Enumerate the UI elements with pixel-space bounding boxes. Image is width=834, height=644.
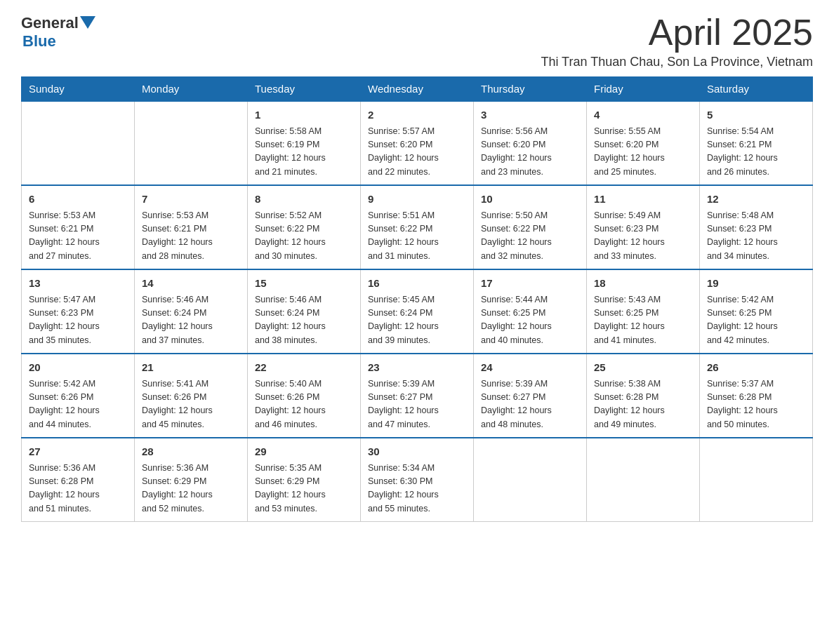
calendar-cell: 5Sunrise: 5:54 AMSunset: 6:21 PMDaylight… — [700, 101, 813, 185]
day-info: Sunrise: 5:53 AMSunset: 6:21 PMDaylight:… — [29, 209, 127, 264]
day-number: 2 — [368, 107, 466, 123]
calendar-cell: 14Sunrise: 5:46 AMSunset: 6:24 PMDayligh… — [135, 269, 248, 354]
day-info: Sunrise: 5:49 AMSunset: 6:23 PMDaylight:… — [594, 209, 692, 264]
logo-text-general: General — [21, 14, 79, 32]
day-number: 10 — [481, 192, 579, 208]
day-info: Sunrise: 5:44 AMSunset: 6:25 PMDaylight:… — [481, 293, 579, 348]
calendar-cell: 25Sunrise: 5:38 AMSunset: 6:28 PMDayligh… — [587, 354, 700, 438]
calendar-cell: 15Sunrise: 5:46 AMSunset: 6:24 PMDayligh… — [248, 269, 361, 354]
calendar-cell: 9Sunrise: 5:51 AMSunset: 6:22 PMDaylight… — [361, 185, 474, 269]
calendar-cell — [474, 438, 587, 522]
page-header: General Blue April 2025 Thi Tran Thuan C… — [21, 14, 813, 69]
day-number: 20 — [29, 360, 127, 376]
day-number: 26 — [707, 360, 805, 376]
day-info: Sunrise: 5:58 AMSunset: 6:19 PMDaylight:… — [255, 125, 353, 180]
calendar-cell: 19Sunrise: 5:42 AMSunset: 6:25 PMDayligh… — [700, 269, 813, 354]
calendar-week-row: 27Sunrise: 5:36 AMSunset: 6:28 PMDayligh… — [22, 438, 813, 522]
calendar-header-sunday: Sunday — [22, 77, 135, 102]
logo: General Blue — [21, 14, 95, 51]
day-info: Sunrise: 5:50 AMSunset: 6:22 PMDaylight:… — [481, 209, 579, 264]
calendar-cell: 24Sunrise: 5:39 AMSunset: 6:27 PMDayligh… — [474, 354, 587, 438]
day-number: 19 — [707, 276, 805, 292]
day-info: Sunrise: 5:56 AMSunset: 6:20 PMDaylight:… — [481, 125, 579, 180]
day-info: Sunrise: 5:47 AMSunset: 6:23 PMDaylight:… — [29, 293, 127, 348]
calendar-cell: 17Sunrise: 5:44 AMSunset: 6:25 PMDayligh… — [474, 269, 587, 354]
day-info: Sunrise: 5:36 AMSunset: 6:28 PMDaylight:… — [29, 462, 127, 516]
day-number: 4 — [594, 107, 692, 123]
calendar-cell: 4Sunrise: 5:55 AMSunset: 6:20 PMDaylight… — [587, 101, 700, 185]
calendar-header-friday: Friday — [587, 77, 700, 102]
day-info: Sunrise: 5:57 AMSunset: 6:20 PMDaylight:… — [368, 125, 466, 180]
calendar-cell: 23Sunrise: 5:39 AMSunset: 6:27 PMDayligh… — [361, 354, 474, 438]
day-info: Sunrise: 5:54 AMSunset: 6:21 PMDaylight:… — [707, 125, 805, 180]
day-info: Sunrise: 5:55 AMSunset: 6:20 PMDaylight:… — [594, 125, 692, 180]
calendar-cell — [587, 438, 700, 522]
calendar-cell: 6Sunrise: 5:53 AMSunset: 6:21 PMDaylight… — [22, 185, 135, 269]
location-title: Thi Tran Thuan Chau, Son La Province, Vi… — [541, 55, 813, 69]
day-number: 13 — [29, 276, 127, 292]
calendar-header-wednesday: Wednesday — [361, 77, 474, 102]
day-number: 9 — [368, 192, 466, 208]
day-number: 17 — [481, 276, 579, 292]
calendar-cell: 18Sunrise: 5:43 AMSunset: 6:25 PMDayligh… — [587, 269, 700, 354]
day-info: Sunrise: 5:39 AMSunset: 6:27 PMDaylight:… — [368, 377, 466, 432]
calendar-cell: 16Sunrise: 5:45 AMSunset: 6:24 PMDayligh… — [361, 269, 474, 354]
calendar-cell: 3Sunrise: 5:56 AMSunset: 6:20 PMDaylight… — [474, 101, 587, 185]
day-number: 18 — [594, 276, 692, 292]
calendar-cell: 29Sunrise: 5:35 AMSunset: 6:29 PMDayligh… — [248, 438, 361, 522]
calendar-header-thursday: Thursday — [474, 77, 587, 102]
day-info: Sunrise: 5:39 AMSunset: 6:27 PMDaylight:… — [481, 377, 579, 432]
calendar-week-row: 13Sunrise: 5:47 AMSunset: 6:23 PMDayligh… — [22, 269, 813, 354]
calendar-cell: 11Sunrise: 5:49 AMSunset: 6:23 PMDayligh… — [587, 185, 700, 269]
day-number: 23 — [368, 360, 466, 376]
day-info: Sunrise: 5:41 AMSunset: 6:26 PMDaylight:… — [142, 377, 240, 432]
day-number: 29 — [255, 444, 353, 460]
day-info: Sunrise: 5:46 AMSunset: 6:24 PMDaylight:… — [255, 293, 353, 348]
calendar-week-row: 1Sunrise: 5:58 AMSunset: 6:19 PMDaylight… — [22, 101, 813, 185]
calendar-cell: 10Sunrise: 5:50 AMSunset: 6:22 PMDayligh… — [474, 185, 587, 269]
day-info: Sunrise: 5:42 AMSunset: 6:26 PMDaylight:… — [29, 377, 127, 432]
day-number: 28 — [142, 444, 240, 460]
calendar-cell — [135, 101, 248, 185]
day-number: 25 — [594, 360, 692, 376]
calendar-table: SundayMondayTuesdayWednesdayThursdayFrid… — [21, 76, 813, 522]
day-number: 1 — [255, 107, 353, 123]
day-info: Sunrise: 5:35 AMSunset: 6:29 PMDaylight:… — [255, 462, 353, 516]
calendar-cell: 30Sunrise: 5:34 AMSunset: 6:30 PMDayligh… — [361, 438, 474, 522]
day-info: Sunrise: 5:48 AMSunset: 6:23 PMDaylight:… — [707, 209, 805, 264]
day-number: 16 — [368, 276, 466, 292]
day-number: 5 — [707, 107, 805, 123]
calendar-cell — [22, 101, 135, 185]
day-number: 24 — [481, 360, 579, 376]
calendar-cell: 12Sunrise: 5:48 AMSunset: 6:23 PMDayligh… — [700, 185, 813, 269]
day-info: Sunrise: 5:42 AMSunset: 6:25 PMDaylight:… — [707, 293, 805, 348]
day-number: 14 — [142, 276, 240, 292]
day-number: 6 — [29, 192, 127, 208]
day-number: 21 — [142, 360, 240, 376]
day-info: Sunrise: 5:38 AMSunset: 6:28 PMDaylight:… — [594, 377, 692, 432]
calendar-cell: 7Sunrise: 5:53 AMSunset: 6:21 PMDaylight… — [135, 185, 248, 269]
day-info: Sunrise: 5:45 AMSunset: 6:24 PMDaylight:… — [368, 293, 466, 348]
logo-text-blue: Blue — [22, 32, 56, 50]
day-info: Sunrise: 5:53 AMSunset: 6:21 PMDaylight:… — [142, 209, 240, 264]
calendar-cell: 27Sunrise: 5:36 AMSunset: 6:28 PMDayligh… — [22, 438, 135, 522]
day-number: 8 — [255, 192, 353, 208]
calendar-cell: 8Sunrise: 5:52 AMSunset: 6:22 PMDaylight… — [248, 185, 361, 269]
calendar-cell — [700, 438, 813, 522]
calendar-cell: 26Sunrise: 5:37 AMSunset: 6:28 PMDayligh… — [700, 354, 813, 438]
logo-triangle-icon — [80, 16, 95, 29]
day-number: 30 — [368, 444, 466, 460]
calendar-week-row: 6Sunrise: 5:53 AMSunset: 6:21 PMDaylight… — [22, 185, 813, 269]
day-number: 7 — [142, 192, 240, 208]
day-number: 27 — [29, 444, 127, 460]
calendar-cell: 21Sunrise: 5:41 AMSunset: 6:26 PMDayligh… — [135, 354, 248, 438]
day-number: 15 — [255, 276, 353, 292]
calendar-header-saturday: Saturday — [700, 77, 813, 102]
calendar-cell: 28Sunrise: 5:36 AMSunset: 6:29 PMDayligh… — [135, 438, 248, 522]
day-info: Sunrise: 5:40 AMSunset: 6:26 PMDaylight:… — [255, 377, 353, 432]
title-section: April 2025 Thi Tran Thuan Chau, Son La P… — [541, 14, 813, 69]
day-info: Sunrise: 5:34 AMSunset: 6:30 PMDaylight:… — [368, 462, 466, 516]
day-number: 22 — [255, 360, 353, 376]
calendar-cell: 2Sunrise: 5:57 AMSunset: 6:20 PMDaylight… — [361, 101, 474, 185]
calendar-header-tuesday: Tuesday — [248, 77, 361, 102]
